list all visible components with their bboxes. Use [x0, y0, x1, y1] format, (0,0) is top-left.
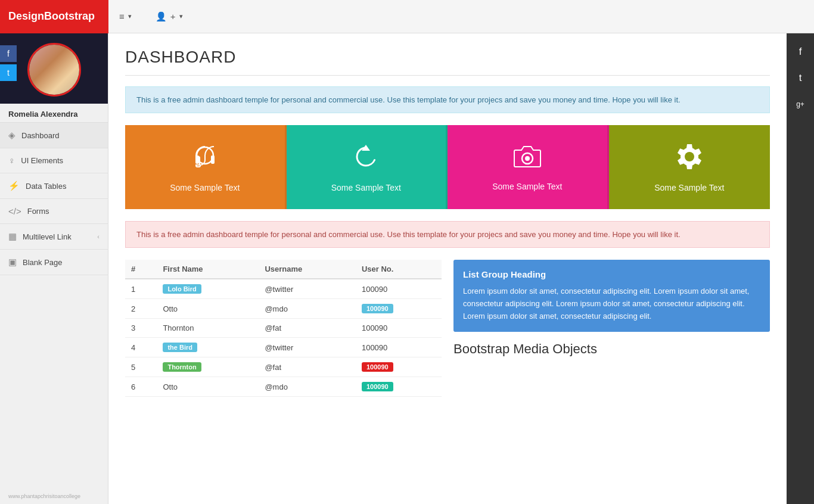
cell-username: @twitter [259, 279, 356, 299]
stat-cards: Some Sample Text Some Sample Text [125, 125, 770, 209]
sidebar-item-label: Data Tables [26, 182, 66, 191]
sidebar-item-ui-elements[interactable]: ♀ UI Elements [0, 148, 108, 173]
avatar [27, 43, 81, 97]
name-badge: Thornton [163, 362, 201, 372]
stat-card-4[interactable]: Some Sample Text [609, 125, 770, 209]
gear-icon [675, 142, 704, 177]
sidebar-username: Romelia Alexendra [0, 104, 108, 122]
table-row: 1Lolo Bird@twitter100090 [125, 279, 442, 299]
avatar-image [29, 45, 79, 95]
cell-username: @mdo [259, 377, 356, 397]
cell-name: Thornton [157, 357, 259, 377]
cell-userno: 100090 [356, 299, 442, 319]
googleplus-side-icon[interactable]: g+ [787, 92, 814, 117]
twitter-side-icon[interactable]: t [787, 66, 814, 91]
top-navbar: DesignBootstrap ≡ ▾ 👤 + ▾ [0, 0, 814, 33]
sidebar-item-label: Multilevel Link [23, 232, 72, 241]
layout: f t Romelia Alexendra ◈ Dashboard ♀ UI E… [0, 33, 814, 504]
col-userno: User No. [356, 260, 442, 279]
sidebar-item-blank-page[interactable]: ▣ Blank Page [0, 250, 108, 275]
brand-logo: DesignBootstrap [0, 0, 108, 33]
svg-rect-2 [211, 155, 215, 164]
sidebar-item-dashboard[interactable]: ◈ Dashboard [0, 123, 108, 148]
col-first-name: First Name [157, 260, 259, 279]
list-group-body: Lorem ipsum dolor sit amet, consectetur … [463, 285, 760, 322]
sidebar-profile: f t [0, 33, 108, 104]
cell-num: 6 [125, 377, 157, 397]
facebook-icon[interactable]: f [0, 45, 17, 62]
userno-badge: 100090 [362, 304, 393, 313]
info-box-blue: This is a free admin dashboard temple fo… [125, 86, 770, 113]
social-icons: f t [0, 45, 17, 81]
svg-point-6 [685, 152, 694, 161]
sidebar-item-label: UI Elements [21, 156, 63, 165]
list-group-box: List Group Heading Lorem ipsum dolor sit… [453, 260, 770, 332]
dashboard-icon: ◈ [8, 130, 15, 141]
right-section: List Group Heading Lorem ipsum dolor sit… [453, 260, 770, 397]
sidebar-footer: www.phantapchrisitoancollege [0, 489, 108, 504]
cell-userno: 100090 [356, 357, 442, 377]
table-row: 2Otto@mdo100090 [125, 299, 442, 319]
bottom-section: # First Name Username User No. 1Lolo Bir… [125, 260, 770, 397]
cell-name: Lolo Bird [157, 279, 259, 299]
stat-card-2[interactable]: Some Sample Text [287, 125, 448, 209]
refresh-icon [351, 142, 381, 177]
camera-icon [512, 143, 543, 176]
cell-userno: 100090 [356, 279, 442, 299]
cell-name: Otto [157, 377, 259, 397]
cell-num: 3 [125, 319, 157, 338]
main-content: DASHBOARD This is a free admin dashboard… [108, 33, 787, 504]
col-username: Username [259, 260, 356, 279]
user-menu-button[interactable]: 👤 + ▾ [145, 0, 194, 33]
stat-card-4-label: Some Sample Text [654, 183, 724, 192]
stat-card-1[interactable]: Some Sample Text [125, 125, 287, 209]
sidebar: f t Romelia Alexendra ◈ Dashboard ♀ UI E… [0, 33, 108, 504]
cell-num: 2 [125, 299, 157, 319]
brand-name: DesignBootstrap [8, 10, 95, 23]
table-header-row: # First Name Username User No. [125, 260, 442, 279]
userno-badge: 100090 [362, 362, 393, 372]
cell-username: @fat [259, 319, 356, 338]
stat-card-3[interactable]: Some Sample Text [448, 125, 609, 209]
stat-card-3-label: Some Sample Text [492, 182, 562, 191]
twitter-icon[interactable]: t [0, 64, 17, 81]
multilevel-icon: ▦ [8, 231, 17, 242]
cell-userno: 100090 [356, 377, 442, 397]
svg-point-5 [525, 156, 530, 161]
svg-rect-1 [195, 155, 199, 164]
table-row: 3Thornton@fat100090 [125, 319, 442, 338]
facebook-side-icon[interactable]: f [787, 39, 814, 64]
cell-username: @twitter [259, 338, 356, 357]
cell-userno: 100090 [356, 338, 442, 357]
blank-page-icon: ▣ [8, 257, 17, 267]
cell-num: 5 [125, 357, 157, 377]
table-row: 5Thornton@fat100090 [125, 357, 442, 377]
ui-elements-icon: ♀ [8, 155, 15, 166]
stat-card-2-label: Some Sample Text [331, 183, 401, 192]
title-divider [125, 75, 770, 76]
menu-toggle-button[interactable]: ≡ ▾ [108, 0, 142, 33]
cell-username: @mdo [259, 299, 356, 319]
sidebar-item-forms[interactable]: </> Forms [0, 199, 108, 224]
right-panel: f t g+ [787, 33, 814, 504]
headphone-icon [190, 142, 220, 177]
stat-card-1-label: Some Sample Text [170, 183, 240, 192]
col-num: # [125, 260, 157, 279]
info-box-pink: This is a free admin dashboard temple fo… [125, 221, 770, 248]
sidebar-item-data-tables[interactable]: ⚡ Data Tables [0, 173, 108, 199]
table-row: 6Otto@mdo100090 [125, 377, 442, 397]
cell-username: @fat [259, 357, 356, 377]
name-badge: the Bird [163, 343, 197, 352]
page-title: DASHBOARD [125, 48, 770, 67]
chevron-icon: ‹ [97, 233, 100, 240]
sidebar-item-label: Dashboard [21, 131, 60, 140]
cell-name: the Bird [157, 338, 259, 357]
sidebar-item-label: Blank Page [23, 258, 63, 267]
cell-num: 1 [125, 279, 157, 299]
sidebar-item-label: Forms [27, 207, 49, 216]
data-table: # First Name Username User No. 1Lolo Bir… [125, 260, 442, 397]
media-objects-title: Bootstrap Media Objects [453, 341, 770, 357]
sidebar-item-multilevel-link[interactable]: ▦ Multilevel Link ‹ [0, 224, 108, 250]
table-section: # First Name Username User No. 1Lolo Bir… [125, 260, 442, 397]
cell-name: Thornton [157, 319, 259, 338]
